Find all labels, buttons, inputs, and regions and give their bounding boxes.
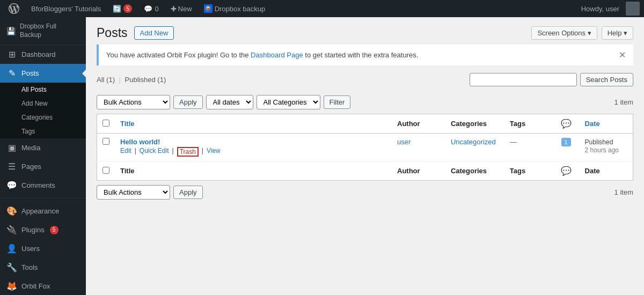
bulk-actions-select-bottom[interactable]: Bulk Actions Edit Move to Trash bbox=[97, 185, 170, 200]
comments-count: 0 bbox=[155, 5, 158, 13]
orbitfox-icon: 🦊 bbox=[6, 281, 17, 291]
footer-comments-icon: 💬 bbox=[561, 166, 572, 175]
bulk-actions-select-top[interactable]: Bulk Actions Edit Move to Trash bbox=[97, 95, 170, 109]
comments-icon: 💬 bbox=[144, 5, 152, 13]
checkbox-header bbox=[97, 114, 115, 134]
post-category-link[interactable]: Uncategorized bbox=[451, 138, 496, 146]
sidebar-site-name[interactable]: 💾 Dropbox Full Backup bbox=[0, 17, 86, 45]
submenu-all-posts[interactable]: All Posts bbox=[0, 83, 86, 97]
plugins-badge: 5 bbox=[50, 226, 58, 234]
row-checkbox[interactable] bbox=[103, 138, 109, 145]
post-date-status: Published bbox=[585, 138, 613, 146]
sidebar-item-comments[interactable]: 💬 Comments bbox=[0, 176, 86, 195]
edit-link[interactable]: Edit bbox=[120, 147, 131, 157]
sidebar-item-pages[interactable]: ☰ Pages bbox=[0, 157, 86, 176]
tags-column-header: Tags bbox=[504, 114, 553, 134]
footer-title-header: Title bbox=[115, 161, 392, 181]
apply-button-top[interactable]: Apply bbox=[173, 95, 203, 109]
published-posts-link[interactable]: Published (1) bbox=[125, 76, 166, 84]
select-all-checkbox[interactable] bbox=[103, 120, 109, 127]
date-sort-link[interactable]: Date bbox=[585, 120, 600, 128]
all-count: (1) bbox=[106, 76, 115, 84]
screen-options-button[interactable]: Screen Options bbox=[531, 26, 597, 40]
search-posts-button[interactable]: Search Posts bbox=[580, 73, 633, 86]
sidebar-item-label: Media bbox=[21, 144, 40, 152]
notice-close-button[interactable]: ✕ bbox=[619, 50, 626, 60]
appearance-icon: 🎨 bbox=[6, 206, 17, 216]
published-label: Published bbox=[125, 76, 156, 84]
title-column-header: Title bbox=[115, 114, 392, 134]
site-name[interactable]: BforBloggers' Tutorials bbox=[27, 0, 105, 17]
updates-item[interactable]: 🔄 5 bbox=[108, 0, 136, 17]
search-area: Search Posts bbox=[470, 73, 633, 86]
sidebar-item-users[interactable]: 👤 Users bbox=[0, 239, 86, 258]
sidebar-item-plugins[interactable]: 🔌 Plugins 5 bbox=[0, 220, 86, 239]
post-tags-value: — bbox=[510, 138, 517, 146]
dropbox-icon: 📦 bbox=[204, 4, 213, 13]
comments-header-icon: 💬 bbox=[561, 119, 572, 128]
post-title-link[interactable]: Hello world! bbox=[120, 138, 160, 146]
filter-button[interactable]: Filter bbox=[324, 95, 351, 109]
page-title: Posts bbox=[97, 26, 128, 40]
post-title-cell: Hello world! Edit | Quick Edit | Trash |… bbox=[115, 134, 392, 161]
post-tags-cell: — bbox=[504, 134, 553, 161]
add-new-button[interactable]: Add New bbox=[134, 26, 174, 40]
sep: | bbox=[119, 76, 123, 84]
footer-checkbox-header bbox=[97, 161, 115, 181]
row-checkbox-cell bbox=[97, 134, 115, 161]
media-icon: ▣ bbox=[6, 143, 17, 153]
activation-notice: You have activated Orbit Fox plugin! Go … bbox=[97, 45, 633, 65]
submenu-tags[interactable]: Tags bbox=[0, 124, 86, 138]
post-comments-cell: 1 bbox=[553, 134, 580, 161]
posts-table: Title Author Categories Tags 💬 Date bbox=[97, 114, 633, 181]
site-icon: 💾 bbox=[6, 27, 16, 35]
action-sep: | bbox=[172, 147, 174, 157]
table-footer-row: Title Author Categories Tags 💬 Date bbox=[97, 161, 633, 181]
action-sep: | bbox=[135, 147, 136, 157]
active-arrow bbox=[82, 69, 86, 78]
submenu-add-new[interactable]: Add New bbox=[0, 97, 86, 110]
sidebar-item-posts[interactable]: ✎ Posts bbox=[0, 64, 86, 83]
search-posts-input[interactable] bbox=[470, 73, 577, 86]
sidebar-item-dashboard[interactable]: ⊞ Dashboard bbox=[0, 45, 86, 64]
all-posts-link[interactable]: All (1) bbox=[97, 76, 117, 84]
view-link[interactable]: View bbox=[207, 147, 221, 157]
sidebar-site-label: Dropbox Full Backup bbox=[20, 23, 79, 39]
categories-filter-select[interactable]: All Categories bbox=[257, 95, 320, 109]
apply-button-bottom[interactable]: Apply bbox=[173, 186, 203, 199]
quick-edit-link[interactable]: Quick Edit bbox=[140, 147, 169, 157]
plus-icon: ✚ bbox=[171, 5, 177, 13]
post-date-relative: 2 hours ago bbox=[585, 146, 619, 154]
sidebar-item-appearance[interactable]: 🎨 Appearance bbox=[0, 202, 86, 220]
trash-link[interactable]: Trash bbox=[177, 147, 199, 157]
new-content-button[interactable]: ✚ New bbox=[166, 0, 196, 17]
sidebar-item-label: Users bbox=[21, 245, 40, 253]
sidebar-item-orbitfox[interactable]: 🦊 Orbit Fox bbox=[0, 277, 86, 295]
posts-icon: ✎ bbox=[6, 68, 17, 78]
title-sort-link[interactable]: Title bbox=[120, 120, 135, 128]
main-content: Posts Add New Screen Options Help You ha… bbox=[86, 17, 644, 295]
sidebar-item-media[interactable]: ▣ Media bbox=[0, 138, 86, 157]
plugins-icon: 🔌 bbox=[6, 225, 17, 235]
comment-count-badge: 1 bbox=[561, 138, 571, 146]
users-icon: 👤 bbox=[6, 244, 17, 254]
categories-column-header: Categories bbox=[445, 114, 504, 134]
help-button[interactable]: Help bbox=[602, 26, 633, 40]
wp-logo[interactable] bbox=[4, 0, 24, 17]
comments-column-header: 💬 bbox=[553, 114, 580, 134]
comments-item[interactable]: 💬 0 bbox=[140, 0, 163, 17]
dates-filter-select[interactable]: All dates bbox=[206, 95, 253, 109]
tools-icon: 🔧 bbox=[6, 262, 17, 272]
dropbox-backup-item[interactable]: 📦 Dropbox backup bbox=[200, 0, 270, 17]
footer-select-all-checkbox[interactable] bbox=[103, 167, 109, 174]
post-status-links: All (1) | Published (1) bbox=[97, 76, 166, 84]
post-author-link[interactable]: user bbox=[397, 138, 411, 146]
posts-submenu: All Posts Add New Categories Tags bbox=[0, 83, 86, 138]
sidebar-divider bbox=[0, 198, 86, 198]
submenu-categories[interactable]: Categories bbox=[0, 110, 86, 124]
sidebar-item-label: Dashboard bbox=[21, 50, 56, 58]
notice-link[interactable]: Dashboard Page bbox=[251, 51, 303, 59]
items-count-bottom: 1 item bbox=[614, 188, 633, 196]
sidebar-item-tools[interactable]: 🔧 Tools bbox=[0, 258, 86, 277]
post-author-cell: user bbox=[392, 134, 445, 161]
